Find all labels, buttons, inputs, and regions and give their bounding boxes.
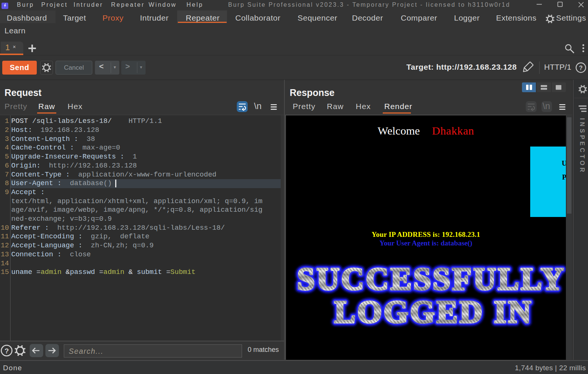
svg-text:?: ? (579, 65, 583, 71)
svg-text:?: ? (5, 347, 9, 355)
